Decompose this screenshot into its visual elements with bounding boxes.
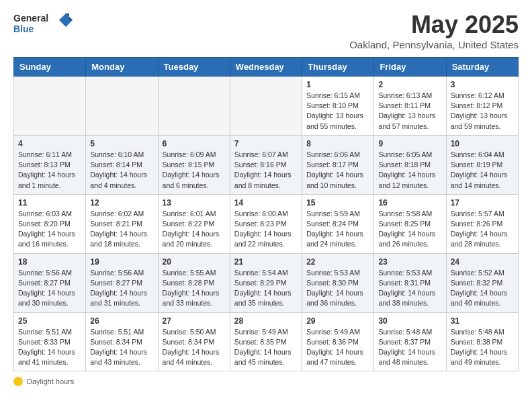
calendar-cell: 16Sunrise: 5:58 AMSunset: 8:25 PMDayligh… (374, 194, 446, 253)
day-info: Sunrise: 5:49 AMSunset: 8:36 PMDaylight:… (306, 327, 369, 368)
day-info: Sunrise: 5:58 AMSunset: 8:25 PMDaylight:… (378, 209, 441, 250)
day-number: 4 (18, 139, 81, 148)
title-area: May 2025 Oakland, Pennsylvania, United S… (349, 11, 519, 50)
day-number: 5 (90, 139, 153, 148)
daylight-hours-label: Daylight hours (27, 377, 74, 385)
calendar-cell: 31Sunrise: 5:48 AMSunset: 8:38 PMDayligh… (446, 312, 518, 371)
day-info: Sunrise: 5:52 AMSunset: 8:32 PMDaylight:… (451, 268, 514, 309)
calendar-day-header: Sunday (14, 58, 86, 77)
calendar-cell (14, 77, 86, 136)
day-number: 8 (306, 139, 369, 148)
calendar-week-row: 25Sunrise: 5:51 AMSunset: 8:33 PMDayligh… (14, 312, 519, 371)
calendar-week-row: 1Sunrise: 6:15 AMSunset: 8:10 PMDaylight… (14, 77, 519, 136)
day-info: Sunrise: 5:51 AMSunset: 8:34 PMDaylight:… (90, 327, 153, 368)
day-info: Sunrise: 5:53 AMSunset: 8:30 PMDaylight:… (306, 268, 369, 309)
day-info: Sunrise: 6:02 AMSunset: 8:21 PMDaylight:… (90, 209, 153, 250)
day-number: 10 (451, 139, 514, 148)
calendar-cell: 3Sunrise: 6:12 AMSunset: 8:12 PMDaylight… (446, 77, 518, 136)
header: General Blue May 2025 Oakland, Pennsylva… (13, 11, 519, 50)
day-number: 7 (234, 139, 298, 148)
day-info: Sunrise: 5:54 AMSunset: 8:29 PMDaylight:… (234, 268, 298, 309)
calendar-cell: 26Sunrise: 5:51 AMSunset: 8:34 PMDayligh… (86, 312, 158, 371)
day-info: Sunrise: 6:01 AMSunset: 8:22 PMDaylight:… (163, 209, 226, 250)
day-number: 27 (163, 316, 226, 326)
calendar-cell: 28Sunrise: 5:49 AMSunset: 8:35 PMDayligh… (230, 312, 302, 371)
calendar-cell: 21Sunrise: 5:54 AMSunset: 8:29 PMDayligh… (230, 253, 302, 312)
day-info: Sunrise: 6:05 AMSunset: 8:18 PMDaylight:… (378, 150, 441, 191)
calendar-day-header: Monday (86, 58, 158, 77)
day-number: 2 (378, 80, 441, 89)
day-info: Sunrise: 5:49 AMSunset: 8:35 PMDaylight:… (234, 327, 298, 368)
calendar-cell: 25Sunrise: 5:51 AMSunset: 8:33 PMDayligh… (14, 312, 86, 371)
calendar-cell: 15Sunrise: 5:59 AMSunset: 8:24 PMDayligh… (302, 194, 374, 253)
day-number: 25 (18, 316, 81, 326)
sun-icon (13, 377, 23, 386)
day-number: 23 (378, 257, 441, 267)
day-info: Sunrise: 5:56 AMSunset: 8:27 PMDaylight:… (18, 268, 81, 309)
day-info: Sunrise: 6:15 AMSunset: 8:10 PMDaylight:… (306, 91, 369, 132)
day-number: 13 (163, 198, 226, 208)
day-number: 24 (451, 257, 514, 267)
calendar-cell (86, 77, 158, 136)
day-info: Sunrise: 5:48 AMSunset: 8:38 PMDaylight:… (451, 327, 514, 368)
calendar-cell: 4Sunrise: 6:11 AMSunset: 8:13 PMDaylight… (14, 135, 86, 194)
day-info: Sunrise: 6:11 AMSunset: 8:13 PMDaylight:… (18, 150, 81, 191)
day-number: 21 (234, 257, 298, 267)
calendar-table: SundayMondayTuesdayWednesdayThursdayFrid… (13, 57, 519, 371)
day-info: Sunrise: 5:50 AMSunset: 8:34 PMDaylight:… (163, 327, 226, 368)
day-number: 30 (378, 316, 441, 326)
day-info: Sunrise: 6:09 AMSunset: 8:15 PMDaylight:… (163, 150, 226, 191)
calendar-cell: 18Sunrise: 5:56 AMSunset: 8:27 PMDayligh… (14, 253, 86, 312)
day-number: 9 (378, 139, 441, 148)
month-title: May 2025 (349, 11, 519, 39)
calendar-cell: 29Sunrise: 5:49 AMSunset: 8:36 PMDayligh… (302, 312, 374, 371)
calendar-cell: 10Sunrise: 6:04 AMSunset: 8:19 PMDayligh… (446, 135, 518, 194)
day-info: Sunrise: 6:10 AMSunset: 8:14 PMDaylight:… (90, 150, 153, 191)
calendar-day-header: Wednesday (230, 58, 302, 77)
calendar-cell: 1Sunrise: 6:15 AMSunset: 8:10 PMDaylight… (302, 77, 374, 136)
day-info: Sunrise: 5:51 AMSunset: 8:33 PMDaylight:… (18, 327, 81, 368)
day-info: Sunrise: 6:00 AMSunset: 8:23 PMDaylight:… (234, 209, 298, 250)
calendar-header-row: SundayMondayTuesdayWednesdayThursdayFrid… (14, 58, 519, 77)
day-info: Sunrise: 5:57 AMSunset: 8:26 PMDaylight:… (451, 209, 514, 250)
calendar-week-row: 18Sunrise: 5:56 AMSunset: 8:27 PMDayligh… (14, 253, 519, 312)
calendar-day-header: Tuesday (158, 58, 230, 77)
location-subtitle: Oakland, Pennsylvania, United States (349, 39, 519, 50)
logo: General Blue (13, 11, 74, 38)
calendar-cell (230, 77, 302, 136)
svg-text:General: General (13, 13, 48, 24)
day-number: 22 (306, 257, 369, 267)
footer-note: Daylight hours (13, 377, 519, 386)
calendar-week-row: 4Sunrise: 6:11 AMSunset: 8:13 PMDaylight… (14, 135, 519, 194)
calendar-cell: 24Sunrise: 5:52 AMSunset: 8:32 PMDayligh… (446, 253, 518, 312)
day-number: 17 (451, 198, 514, 208)
calendar-cell: 5Sunrise: 6:10 AMSunset: 8:14 PMDaylight… (86, 135, 158, 194)
day-number: 16 (378, 198, 441, 208)
day-number: 20 (163, 257, 226, 267)
calendar-cell (158, 77, 230, 136)
day-number: 28 (234, 316, 298, 326)
day-info: Sunrise: 6:04 AMSunset: 8:19 PMDaylight:… (451, 150, 514, 191)
calendar-cell: 2Sunrise: 6:13 AMSunset: 8:11 PMDaylight… (374, 77, 446, 136)
calendar-cell: 23Sunrise: 5:53 AMSunset: 8:31 PMDayligh… (374, 253, 446, 312)
day-number: 11 (18, 198, 81, 208)
day-info: Sunrise: 6:13 AMSunset: 8:11 PMDaylight:… (378, 91, 441, 132)
svg-text:Blue: Blue (13, 24, 34, 34)
calendar-cell: 9Sunrise: 6:05 AMSunset: 8:18 PMDaylight… (374, 135, 446, 194)
day-info: Sunrise: 6:03 AMSunset: 8:20 PMDaylight:… (18, 209, 81, 250)
day-info: Sunrise: 5:55 AMSunset: 8:28 PMDaylight:… (163, 268, 226, 309)
calendar-cell: 11Sunrise: 6:03 AMSunset: 8:20 PMDayligh… (14, 194, 86, 253)
day-info: Sunrise: 6:07 AMSunset: 8:16 PMDaylight:… (234, 150, 298, 191)
calendar-day-header: Friday (374, 58, 446, 77)
day-number: 31 (451, 316, 514, 326)
day-number: 6 (163, 139, 226, 148)
calendar-cell: 19Sunrise: 5:56 AMSunset: 8:27 PMDayligh… (86, 253, 158, 312)
day-info: Sunrise: 6:06 AMSunset: 8:17 PMDaylight:… (306, 150, 369, 191)
calendar-cell: 14Sunrise: 6:00 AMSunset: 8:23 PMDayligh… (230, 194, 302, 253)
day-number: 26 (90, 316, 153, 326)
calendar-cell: 12Sunrise: 6:02 AMSunset: 8:21 PMDayligh… (86, 194, 158, 253)
day-info: Sunrise: 5:53 AMSunset: 8:31 PMDaylight:… (378, 268, 441, 309)
calendar-day-header: Saturday (446, 58, 518, 77)
day-number: 12 (90, 198, 153, 208)
calendar-cell: 22Sunrise: 5:53 AMSunset: 8:30 PMDayligh… (302, 253, 374, 312)
